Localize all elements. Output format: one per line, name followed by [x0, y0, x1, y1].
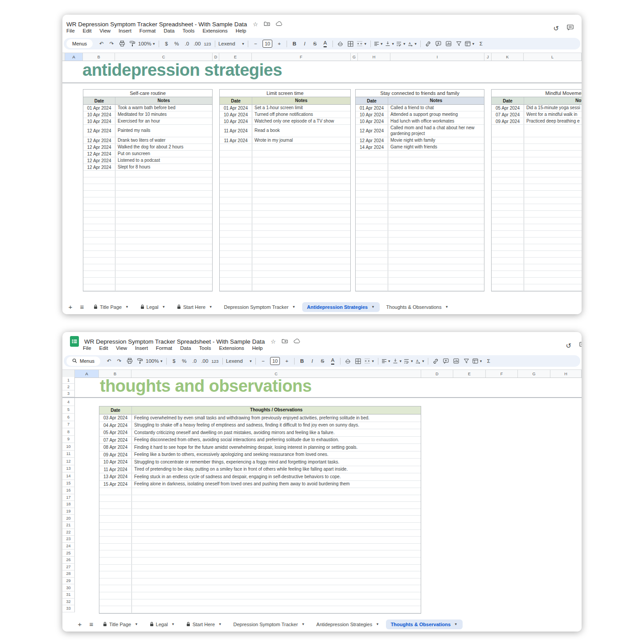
- date-cell[interactable]: [99, 537, 132, 543]
- table-row[interactable]: [99, 592, 421, 599]
- move-folder-icon[interactable]: [282, 338, 288, 345]
- date-cell[interactable]: [220, 231, 252, 237]
- menu-tools[interactable]: Tools: [183, 28, 195, 35]
- row-header-29[interactable]: 29: [62, 578, 75, 585]
- star-icon[interactable]: ☆: [271, 339, 276, 345]
- table-row[interactable]: [356, 197, 484, 204]
- date-cell[interactable]: [356, 271, 388, 277]
- notes-cell[interactable]: [388, 157, 484, 164]
- date-cell[interactable]: 10 Apr 2024: [83, 111, 115, 118]
- notes-cell[interactable]: [388, 244, 484, 250]
- tab-menu-caret[interactable]: ▼: [135, 622, 138, 626]
- date-cell[interactable]: [492, 197, 524, 204]
- date-cell[interactable]: 10 Apr 2024: [99, 459, 132, 466]
- notes-cell[interactable]: [524, 284, 582, 291]
- date-cell[interactable]: [83, 284, 115, 291]
- row-header-26[interactable]: 26: [62, 557, 75, 564]
- date-cell[interactable]: [220, 151, 252, 157]
- redo-icon[interactable]: ↷: [107, 39, 117, 48]
- notes-cell[interactable]: Feeling disconnected from others, avoidi…: [132, 437, 421, 444]
- date-cell[interactable]: [356, 164, 388, 170]
- tab-antidepression-strategies[interactable]: Antidepression Strategies▼: [312, 619, 384, 629]
- notes-cell[interactable]: [252, 197, 350, 204]
- create-filter-icon[interactable]: [461, 357, 472, 365]
- menu-file[interactable]: File: [83, 345, 91, 353]
- row-header-9[interactable]: 9: [62, 436, 75, 443]
- row-header-7[interactable]: 7: [62, 421, 75, 429]
- date-cell[interactable]: [99, 488, 132, 495]
- date-cell[interactable]: [492, 244, 524, 250]
- table-row[interactable]: [220, 171, 350, 177]
- table-row[interactable]: [356, 231, 484, 238]
- date-cell[interactable]: [220, 264, 252, 271]
- text-rotation-icon[interactable]: A▼: [414, 357, 426, 365]
- notes-cell[interactable]: [252, 157, 350, 164]
- undo-icon[interactable]: ↶: [96, 39, 107, 48]
- date-cell[interactable]: [220, 171, 252, 177]
- table-row[interactable]: 09 Apr 2024Practiced deep breathing e: [492, 118, 582, 125]
- date-cell[interactable]: [99, 578, 132, 585]
- decrease-font-size-button[interactable]: −: [258, 357, 268, 365]
- notes-cell[interactable]: [132, 544, 421, 550]
- table-row[interactable]: [99, 537, 421, 544]
- date-cell[interactable]: 07 Apr 2024: [99, 437, 132, 444]
- date-cell[interactable]: [99, 571, 132, 578]
- table-row[interactable]: 04 Apr 2024Struggling to shake off a hea…: [99, 422, 421, 430]
- table-row[interactable]: 03 Apr 2024Feeling overwhelmed by even s…: [99, 414, 421, 422]
- notes-cell[interactable]: Movie night with family: [388, 137, 484, 144]
- menu-view[interactable]: View: [99, 28, 111, 35]
- date-cell[interactable]: 12 Apr 2024: [83, 151, 115, 157]
- table-row[interactable]: 10 Apr 2024Had lunch with office workmat…: [356, 118, 484, 125]
- font-size-input[interactable]: 10: [270, 357, 280, 365]
- row-header-28[interactable]: 28: [62, 570, 75, 578]
- italic-icon[interactable]: I: [299, 39, 310, 48]
- notes-cell[interactable]: Feeling alone in darkness, isolating one…: [132, 481, 421, 488]
- horizontal-align-icon[interactable]: ▼: [381, 357, 392, 365]
- table-row[interactable]: [99, 599, 421, 607]
- notes-cell[interactable]: [524, 151, 582, 157]
- tab-menu-caret[interactable]: ▼: [292, 305, 295, 309]
- notes-cell[interactable]: Took a warm bath before bed: [115, 105, 212, 111]
- notes-cell[interactable]: [388, 177, 484, 184]
- date-cell[interactable]: 10 Apr 2024: [220, 118, 252, 124]
- version-history-icon[interactable]: ↺: [553, 25, 559, 32]
- tab-menu-caret[interactable]: ▼: [371, 305, 374, 309]
- notes-cell[interactable]: [132, 585, 421, 592]
- date-cell[interactable]: [356, 244, 388, 250]
- notes-cell[interactable]: [252, 224, 350, 230]
- notes-cell[interactable]: [524, 157, 582, 164]
- notes-cell[interactable]: [524, 244, 582, 250]
- notes-cell[interactable]: [388, 171, 484, 177]
- notes-cell[interactable]: [115, 251, 212, 257]
- column-header-E[interactable]: E: [219, 53, 252, 61]
- table-row[interactable]: [83, 238, 212, 244]
- notes-cell[interactable]: [388, 151, 484, 157]
- date-cell[interactable]: [99, 495, 132, 502]
- date-cell[interactable]: [356, 224, 388, 230]
- date-cell[interactable]: 01 Apr 2024: [220, 105, 252, 111]
- increase-decimals-icon[interactable]: .00: [200, 357, 210, 365]
- notes-cell[interactable]: [115, 238, 212, 244]
- column-header-A[interactable]: A: [65, 53, 83, 61]
- notes-cell[interactable]: [132, 606, 421, 613]
- table-row[interactable]: [492, 184, 582, 191]
- notes-cell[interactable]: [132, 516, 421, 522]
- notes-cell[interactable]: Went for a mindful walk in: [524, 111, 582, 118]
- column-header-H[interactable]: H: [550, 370, 582, 377]
- notes-cell[interactable]: [388, 164, 484, 170]
- column-header-G[interactable]: G: [518, 370, 550, 377]
- notes-cell[interactable]: [524, 144, 582, 150]
- table-row[interactable]: 12 Apr 2024Called mom and had a chat abo…: [356, 125, 484, 137]
- table-row[interactable]: [99, 544, 421, 551]
- table-row[interactable]: [220, 271, 350, 278]
- table-row[interactable]: [356, 244, 484, 251]
- table-row[interactable]: [99, 530, 421, 537]
- notes-cell[interactable]: [388, 184, 484, 190]
- column-header-K[interactable]: K: [492, 53, 524, 61]
- date-cell[interactable]: [99, 530, 132, 537]
- notes-cell[interactable]: [388, 191, 484, 197]
- notes-cell[interactable]: [252, 211, 350, 217]
- all-sheets-button[interactable]: ≡: [76, 303, 88, 311]
- date-cell[interactable]: [220, 271, 252, 277]
- table-row[interactable]: [492, 251, 582, 258]
